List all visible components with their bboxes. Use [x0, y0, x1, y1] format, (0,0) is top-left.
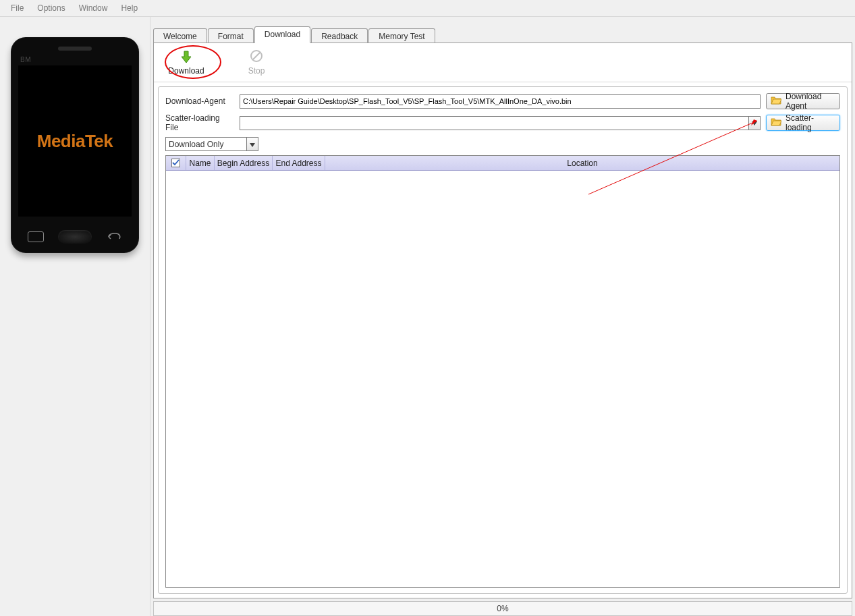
- tab-page-download: Download Stop Download-Agent: [153, 43, 852, 598]
- svg-line-3: [253, 53, 260, 59]
- menu-window[interactable]: Window: [72, 1, 115, 15]
- download-button-label: Download: [168, 66, 204, 76]
- download-mode-selected: Download Only: [169, 140, 223, 149]
- table-body: [166, 171, 839, 587]
- form-area: Download-Agent Download Agent Scatte: [158, 86, 848, 594]
- status-bar: 0%: [153, 601, 852, 616]
- select-all-checkbox[interactable]: [171, 159, 180, 167]
- phone-home-button: [58, 230, 92, 244]
- tab-welcome[interactable]: Welcome: [153, 28, 207, 43]
- phone-menu-button: [28, 231, 44, 242]
- tab-download[interactable]: Download: [254, 26, 310, 43]
- download-agent-input[interactable]: [240, 94, 761, 109]
- chevron-down-icon: [752, 118, 757, 128]
- tab-memory-test[interactable]: Memory Test: [368, 28, 435, 43]
- table-header-name[interactable]: Name: [186, 156, 215, 170]
- tab-readback[interactable]: Readback: [311, 28, 368, 43]
- stop-icon: [250, 49, 263, 65]
- stop-button[interactable]: Stop: [235, 49, 278, 76]
- scatter-loading-browse-button[interactable]: Scatter-loading: [766, 115, 840, 131]
- tabs: Welcome Format Download Readback Memory …: [150, 25, 855, 43]
- download-button[interactable]: Download: [165, 50, 208, 76]
- table-header-location[interactable]: Location: [325, 156, 839, 170]
- phone-bm-label: BM: [20, 56, 31, 63]
- left-pane: BM MediaTek: [0, 17, 150, 616]
- phone-brand-text: MediaTek: [37, 131, 113, 152]
- stop-button-label: Stop: [248, 66, 265, 76]
- table-header-begin-address[interactable]: Begin Address: [215, 156, 273, 170]
- tab-format[interactable]: Format: [208, 28, 254, 43]
- table-header: Name Begin Address End Address Location: [166, 156, 839, 171]
- menu-file[interactable]: File: [4, 1, 30, 15]
- scatter-combo-dropdown-button[interactable]: [748, 117, 760, 130]
- menu-help[interactable]: Help: [114, 1, 144, 15]
- phone-illustration: BM MediaTek: [11, 37, 139, 253]
- status-progress-text: 0%: [497, 604, 508, 613]
- phone-back-button: [106, 231, 122, 242]
- download-agent-label: Download-Agent: [165, 96, 234, 106]
- table-header-checkbox[interactable]: [166, 156, 186, 170]
- folder-icon: [771, 117, 781, 128]
- right-pane: Welcome Format Download Readback Memory …: [150, 17, 855, 616]
- download-agent-browse-button[interactable]: Download Agent: [766, 93, 840, 109]
- partition-table: Name Begin Address End Address Location: [165, 155, 840, 588]
- download-arrow-icon: [179, 50, 194, 65]
- toolbar: Download Stop: [154, 43, 852, 82]
- download-mode-select[interactable]: Download Only: [165, 137, 258, 151]
- download-mode-dropdown-button[interactable]: [246, 138, 258, 150]
- phone-screen: MediaTek: [18, 65, 132, 217]
- folder-icon: [771, 96, 781, 107]
- menubar: File Options Window Help: [0, 0, 855, 17]
- phone-speaker: [58, 47, 92, 51]
- scatter-file-label: Scatter-loading File: [165, 113, 234, 132]
- table-header-end-address[interactable]: End Address: [273, 156, 325, 170]
- menu-options[interactable]: Options: [30, 1, 72, 15]
- scatter-loading-browse-label: Scatter-loading: [785, 113, 835, 132]
- chevron-down-icon: [250, 140, 255, 149]
- download-agent-browse-label: Download Agent: [785, 92, 835, 111]
- scatter-file-combo[interactable]: [240, 116, 761, 130]
